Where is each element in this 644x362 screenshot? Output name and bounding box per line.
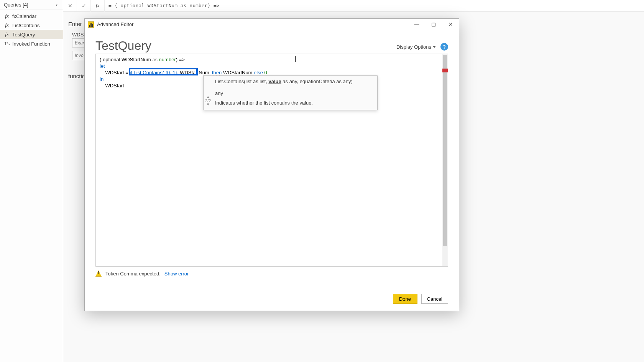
formula-text[interactable]: = ( optional WDStartNum as number) =>: [105, 3, 220, 8]
display-options-button[interactable]: Display Options: [396, 44, 436, 50]
editor-scrollbar[interactable]: [442, 54, 448, 266]
dialog-title: Advanced Editor: [97, 21, 408, 27]
intellisense-tooltip: ▲ 2/2 ▼ List.Contains(list as list, valu…: [203, 75, 378, 110]
code-line: WDStart = if List.Contains( {0, 1}, WDSt…: [100, 69, 444, 76]
fx-icon: fx: [4, 22, 10, 28]
queries-header: Queries [4] ‹: [0, 0, 63, 10]
fx-icon: fx: [4, 31, 10, 38]
queries-sidebar: Queries [4] ‹ fx fxCalendar fx ListConta…: [0, 0, 63, 362]
query-list: fx fxCalendar fx ListContains fx TestQue…: [0, 10, 63, 48]
display-options-label: Display Options: [396, 44, 431, 50]
query-item-fxcalendar[interactable]: fx fxCalendar: [0, 11, 63, 21]
query-item-invoked-function[interactable]: 1²₃ Invoked Function: [0, 39, 63, 48]
warning-icon: [95, 270, 102, 277]
maximize-button[interactable]: ▢: [425, 19, 442, 30]
cancel-button[interactable]: Cancel: [421, 294, 448, 304]
power-bi-icon: [88, 21, 94, 28]
number-icon: 1²₃: [4, 41, 10, 46]
tooltip-signature: List.Contains(list as list, value as any…: [215, 78, 374, 85]
close-button[interactable]: ✕: [442, 19, 459, 30]
tooltip-next-button[interactable]: ▼: [205, 103, 211, 106]
dialog-titlebar[interactable]: Advanced Editor — ▢ ✕: [85, 19, 459, 30]
error-text: Token Comma expected.: [105, 271, 161, 277]
scrollbar-thumb[interactable]: [443, 55, 447, 246]
dialog-footer: Done Cancel: [393, 294, 448, 304]
sidebar-collapse-button[interactable]: ‹: [54, 2, 59, 8]
formula-commit-button[interactable]: ✓: [77, 0, 91, 11]
query-label: fxCalendar: [12, 13, 36, 19]
query-item-listcontains[interactable]: fx ListContains: [0, 21, 63, 30]
tooltip-description: Indicates whether the list contains the …: [215, 100, 374, 106]
help-button[interactable]: ?: [440, 43, 448, 51]
minimize-button[interactable]: —: [408, 19, 425, 30]
error-marker[interactable]: [442, 69, 448, 72]
code-line: ( optional WDStartNum as number) =>: [100, 56, 444, 63]
query-label: TestQuery: [12, 32, 35, 38]
tooltip-return-type: any: [215, 90, 374, 97]
show-error-link[interactable]: Show error: [164, 271, 189, 277]
code-line: let: [100, 63, 444, 69]
query-item-testquery[interactable]: fx TestQuery: [0, 30, 63, 39]
queries-title: Queries [4]: [4, 2, 28, 8]
code-editor-content[interactable]: ( optional WDStartNum as number) => let …: [96, 54, 448, 266]
done-button[interactable]: Done: [393, 294, 417, 304]
fx-icon: fx: [4, 13, 10, 19]
chevron-down-icon: [433, 46, 436, 48]
text-caret: [295, 56, 296, 62]
error-row: Token Comma expected. Show error: [95, 270, 448, 277]
code-editor[interactable]: ( optional WDStartNum as number) => let …: [95, 54, 448, 267]
fx-button[interactable]: fx: [91, 0, 105, 11]
window-buttons: — ▢ ✕: [408, 19, 459, 30]
query-label: Invoked Function: [12, 41, 50, 47]
dialog-body: TestQuery Display Options ? ( optional W…: [85, 30, 459, 311]
formula-cancel-button[interactable]: ✕: [63, 0, 77, 11]
tooltip-nav: ▲ 2/2 ▼: [205, 95, 211, 106]
formula-bar: ✕ ✓ fx = ( optional WDStartNum as number…: [63, 0, 644, 11]
advanced-editor-dialog: Advanced Editor — ▢ ✕ TestQuery Display …: [84, 18, 459, 311]
query-label: ListContains: [12, 23, 40, 28]
enter-parameters-label: Enter: [68, 21, 82, 27]
